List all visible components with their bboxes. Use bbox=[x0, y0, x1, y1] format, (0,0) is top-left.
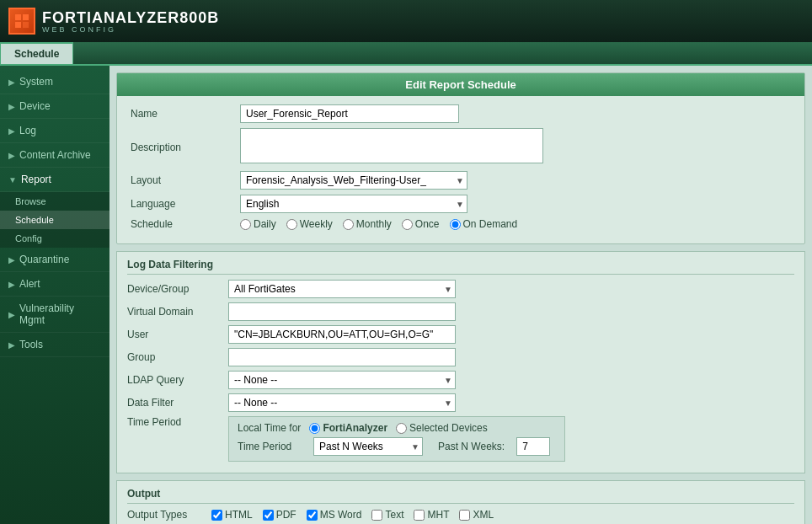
schedule-weekly: Weekly bbox=[286, 218, 333, 230]
arrow-icon: ▶ bbox=[8, 126, 15, 136]
fortianalyzer-option: FortiAnalyzer bbox=[309, 422, 387, 434]
output-types-row: Output Types HTML PDF MS Word bbox=[127, 509, 794, 521]
language-row: Language English ▼ bbox=[131, 195, 791, 213]
name-row: Name bbox=[131, 104, 791, 123]
ldap-query-wrapper: -- None -- ▼ bbox=[228, 371, 456, 389]
description-input[interactable] bbox=[240, 128, 543, 163]
msword-label: MS Word bbox=[320, 509, 362, 521]
arrow-icon: ▶ bbox=[8, 78, 15, 87]
sidebar-item-schedule[interactable]: Schedule bbox=[0, 211, 110, 229]
output-types-group: HTML PDF MS Word Text bbox=[211, 509, 494, 521]
msword-checkbox[interactable] bbox=[307, 510, 318, 521]
sidebar-item-alert[interactable]: ▶ Alert bbox=[0, 272, 110, 297]
form-title: Edit Report Schedule bbox=[117, 73, 804, 96]
time-period-select-wrapper: Past N Weeks ▼ bbox=[313, 437, 423, 456]
sidebar-item-browse[interactable]: Browse bbox=[0, 192, 110, 211]
output-types-label: Output Types bbox=[127, 509, 211, 521]
msword-option: MS Word bbox=[307, 509, 362, 521]
sidebar-item-device[interactable]: ▶ Device bbox=[0, 94, 110, 119]
fortianalyzer-label: FortiAnalyzer bbox=[323, 422, 387, 434]
virtual-domain-input[interactable] bbox=[228, 302, 456, 321]
schedule-control: Daily Weekly Monthly bbox=[240, 218, 791, 230]
logo-title: FORTIANALYZER800B bbox=[42, 9, 219, 26]
mht-checkbox[interactable] bbox=[414, 510, 425, 521]
svg-rect-0 bbox=[15, 14, 21, 20]
filter-title: Log Data Filtering bbox=[127, 259, 794, 275]
description-label: Description bbox=[131, 142, 240, 153]
language-label: Language bbox=[131, 198, 240, 210]
time-period-localtime-row: Local Time for FortiAnalyzer Selected De… bbox=[238, 422, 556, 434]
schedule-daily-radio[interactable] bbox=[240, 219, 251, 230]
arrow-down-icon: ▼ bbox=[8, 175, 17, 184]
group-input[interactable] bbox=[228, 348, 456, 366]
language-control: English ▼ bbox=[240, 195, 791, 213]
logo: FORTIANALYZER800B WEB CONFIG bbox=[8, 8, 219, 35]
content-area: Edit Report Schedule Name Description bbox=[110, 66, 812, 524]
tab-schedule[interactable]: Schedule bbox=[0, 42, 73, 64]
user-label: User bbox=[127, 329, 228, 340]
schedule-options: Daily Weekly Monthly bbox=[240, 218, 791, 230]
selected-devices-radio[interactable] bbox=[396, 423, 407, 434]
past-n-weeks-input[interactable] bbox=[516, 437, 550, 456]
schedule-on-demand-radio[interactable] bbox=[450, 219, 461, 230]
logo-icon bbox=[8, 8, 35, 35]
navbar: Schedule bbox=[0, 42, 812, 66]
sidebar-item-config[interactable]: Config bbox=[0, 229, 110, 248]
html-label: HTML bbox=[225, 509, 253, 521]
time-period-select[interactable]: Past N Weeks bbox=[313, 437, 423, 456]
time-period-box: Local Time for FortiAnalyzer Selected De… bbox=[228, 416, 565, 462]
log-filter-section: Log Data Filtering Device/Group All Fort… bbox=[116, 251, 805, 473]
ldap-query-select[interactable]: -- None -- bbox=[228, 371, 456, 389]
arrow-icon: ▶ bbox=[8, 280, 15, 289]
arrow-icon: ▶ bbox=[8, 310, 15, 319]
sidebar-report-submenu: Browse Schedule Config bbox=[0, 192, 110, 248]
sidebar-item-log[interactable]: ▶ Log bbox=[0, 119, 110, 143]
name-label: Name bbox=[131, 108, 240, 120]
name-input[interactable] bbox=[240, 104, 459, 123]
text-option: Text bbox=[371, 509, 403, 521]
html-option: HTML bbox=[211, 509, 253, 521]
schedule-once: Once bbox=[402, 218, 440, 230]
schedule-daily-label: Daily bbox=[254, 218, 276, 230]
mht-option: MHT bbox=[414, 509, 449, 521]
layout-select[interactable]: Forensic_Analysis_Web_Filtering-User_ bbox=[240, 171, 467, 190]
data-filter-label: Data Filter bbox=[127, 397, 228, 409]
sidebar-item-quarantine[interactable]: ▶ Quarantine bbox=[0, 248, 110, 272]
html-checkbox[interactable] bbox=[211, 510, 222, 521]
xml-label: XML bbox=[473, 509, 494, 521]
pdf-option: PDF bbox=[263, 509, 296, 521]
data-filter-select[interactable]: -- None -- bbox=[228, 393, 456, 412]
device-group-select[interactable]: All FortiGates bbox=[228, 280, 456, 298]
arrow-icon: ▶ bbox=[8, 102, 15, 111]
arrow-icon: ▶ bbox=[8, 340, 15, 350]
form-body: Name Description Layout bbox=[117, 96, 804, 243]
sidebar-item-report[interactable]: ▼ Report bbox=[0, 168, 110, 192]
user-input[interactable] bbox=[228, 325, 456, 344]
sidebar-item-system[interactable]: ▶ System bbox=[0, 70, 110, 94]
virtual-domain-label: Virtual Domain bbox=[127, 306, 228, 318]
layout-label: Layout bbox=[131, 174, 240, 186]
schedule-weekly-radio[interactable] bbox=[286, 219, 297, 230]
text-checkbox[interactable] bbox=[371, 510, 382, 521]
sidebar-item-vulnerability-mgmt[interactable]: ▶ Vulnerability Mgmt bbox=[0, 297, 110, 333]
fortianalyzer-radio[interactable] bbox=[309, 423, 320, 434]
schedule-once-label: Once bbox=[415, 218, 440, 230]
user-row: User bbox=[127, 325, 794, 344]
sidebar: ▶ System ▶ Device ▶ Log ▶ Content Archiv… bbox=[0, 66, 110, 524]
language-select-wrapper: English ▼ bbox=[240, 195, 467, 213]
pdf-checkbox[interactable] bbox=[263, 510, 274, 521]
sidebar-item-tools[interactable]: ▶ Tools bbox=[0, 333, 110, 357]
main-layout: ▶ System ▶ Device ▶ Log ▶ Content Archiv… bbox=[0, 66, 812, 524]
schedule-row: Schedule Daily Weekly bbox=[131, 218, 791, 230]
mht-label: MHT bbox=[427, 509, 449, 521]
schedule-once-radio[interactable] bbox=[402, 219, 413, 230]
language-select[interactable]: English bbox=[240, 195, 467, 213]
device-group-row: Device/Group All FortiGates ▼ bbox=[127, 280, 794, 298]
local-time-label: Local Time for bbox=[238, 422, 301, 434]
device-group-wrapper: All FortiGates ▼ bbox=[228, 280, 456, 298]
schedule-monthly-radio[interactable] bbox=[343, 219, 354, 230]
layout-select-wrapper: Forensic_Analysis_Web_Filtering-User_ ▼ bbox=[240, 171, 467, 190]
xml-checkbox[interactable] bbox=[459, 510, 470, 521]
sidebar-item-content-archive[interactable]: ▶ Content Archive bbox=[0, 143, 110, 168]
schedule-monthly-label: Monthly bbox=[356, 218, 392, 230]
